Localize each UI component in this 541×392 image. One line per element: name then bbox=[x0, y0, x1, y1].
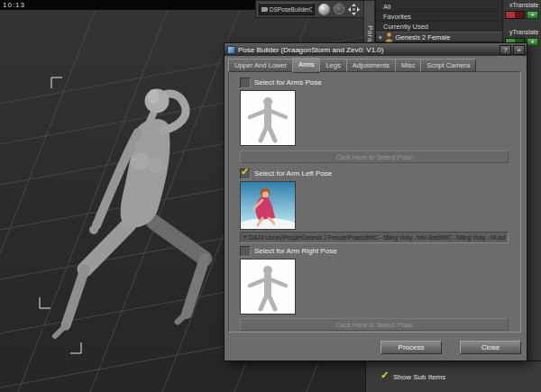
arm-left-label: Select for Arm Left Pose bbox=[254, 169, 332, 178]
xtranslate-add-icon[interactable]: + bbox=[527, 11, 538, 19]
camera-selector[interactable]: DSPoseBuilderCam... bbox=[259, 3, 315, 15]
dialog-footer: Process Close bbox=[225, 341, 521, 354]
arm-right-pose-thumbnail[interactable] bbox=[240, 259, 296, 315]
xtranslate-color-swatch[interactable] bbox=[505, 11, 525, 19]
close-window-button[interactable]: × bbox=[513, 45, 525, 55]
dialog-tab-bar: Upper And Lower Arms Legs Adjustments Mi… bbox=[229, 59, 476, 73]
sphere-tool-icon[interactable] bbox=[318, 4, 330, 15]
list-item-currently-used[interactable]: Currently Used bbox=[376, 22, 502, 32]
xtranslate-label: xTranslate bbox=[509, 2, 538, 8]
check-icon: ✓ bbox=[241, 166, 249, 178]
orbit-tool-icon[interactable] bbox=[334, 4, 344, 14]
arm-left-checkbox[interactable]: ✓ bbox=[240, 169, 251, 179]
tab-arms[interactable]: Arms bbox=[292, 58, 321, 73]
pan-tool-icon[interactable] bbox=[348, 4, 360, 15]
dialog-app-icon bbox=[227, 46, 235, 54]
bottom-options-panel: ✓ Show Sub Items bbox=[365, 360, 541, 392]
arm-right-checkbox[interactable] bbox=[240, 246, 251, 257]
tab-adjustments[interactable]: Adjustments bbox=[346, 59, 396, 72]
list-item-all[interactable]: All bbox=[376, 2, 502, 12]
dialog-title: Pose Builder (DraagonStorm and Zev0: V1.… bbox=[238, 46, 498, 54]
chevron-down-icon[interactable]: ▾ bbox=[379, 32, 382, 42]
arm-left-pose-path: F:\DAZ4 Library\People\Genesis 2 Female\… bbox=[240, 232, 509, 243]
close-button[interactable]: Close bbox=[460, 341, 521, 354]
pose-builder-dialog: Pose Builder (DraagonStorm and Zev0: V1.… bbox=[224, 42, 527, 361]
show-sub-items-label[interactable]: Show Sub Items bbox=[393, 373, 445, 381]
check-icon[interactable]: ✓ bbox=[381, 369, 389, 381]
camera-icon bbox=[261, 6, 268, 13]
list-item-genesis-2-female[interactable]: ▾ Genesis 2 Female bbox=[376, 32, 502, 42]
figure-model[interactable] bbox=[55, 89, 205, 337]
arms-tab-content: Select for Arms Pose Click Here to Selec… bbox=[228, 71, 521, 333]
list-item-label: Genesis 2 Female bbox=[396, 32, 451, 42]
tab-misc[interactable]: Misc bbox=[395, 59, 421, 72]
help-button[interactable]: ? bbox=[500, 45, 511, 55]
tab-script-camera[interactable]: Script Camera bbox=[420, 59, 476, 72]
viewport-toolbar: DSPoseBuilderCam... bbox=[255, 0, 364, 18]
ytranslate-add-icon[interactable]: + bbox=[527, 38, 538, 46]
arms-pose-checkbox[interactable] bbox=[240, 77, 251, 88]
list-item-favorites[interactable]: Favorites bbox=[376, 12, 502, 22]
viewport-time: 10:13 bbox=[3, 1, 25, 9]
ytranslate-label: yTranslate bbox=[509, 29, 538, 35]
arms-pose-thumbnail[interactable] bbox=[240, 90, 296, 146]
select-arms-pose-button[interactable]: Click Here to Select Pose bbox=[240, 150, 509, 163]
viewport-top-strip bbox=[0, 0, 255, 10]
arms-pose-label: Select for Arms Pose bbox=[254, 78, 322, 87]
figure-icon bbox=[385, 32, 393, 42]
arm-left-pose-thumbnail[interactable] bbox=[240, 181, 296, 230]
arm-right-label: Select for Arm Right Pose bbox=[254, 247, 337, 255]
process-button[interactable]: Process bbox=[381, 341, 442, 354]
tab-upper-and-lower[interactable]: Upper And Lower bbox=[228, 59, 293, 72]
dialog-titlebar[interactable]: Pose Builder (DraagonStorm and Zev0: V1.… bbox=[225, 43, 527, 56]
select-arm-right-pose-button[interactable]: Click Here to Select Pose bbox=[240, 318, 509, 331]
camera-selector-label: DSPoseBuilderCam... bbox=[270, 6, 312, 13]
tab-legs[interactable]: Legs bbox=[319, 59, 346, 72]
